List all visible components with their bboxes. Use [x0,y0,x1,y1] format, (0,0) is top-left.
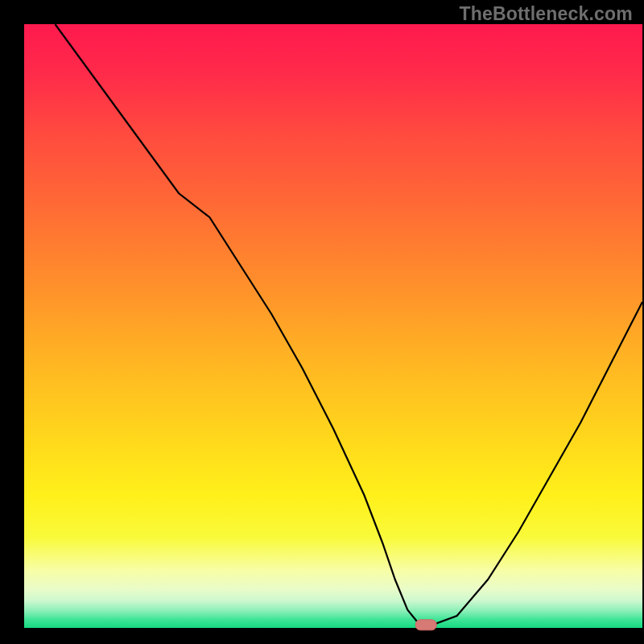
optimal-point-marker [415,620,436,630]
watermark-text: TheBottleneck.com [459,3,633,25]
bottleneck-chart [0,0,644,644]
chart-frame: TheBottleneck.com [0,0,644,644]
plot-background [24,24,642,628]
